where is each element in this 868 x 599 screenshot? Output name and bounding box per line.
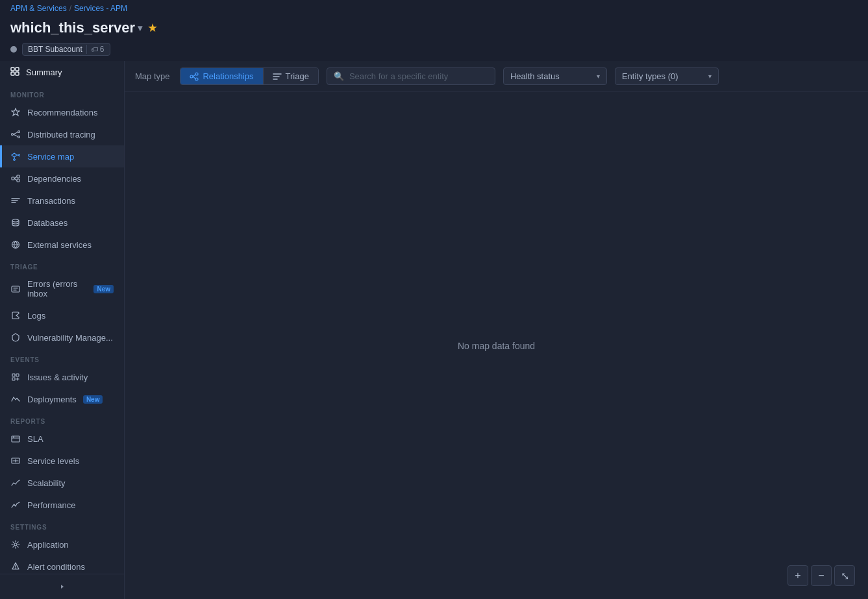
sidebar-alert-conditions-label: Alert conditions	[27, 562, 85, 572]
sidebar-item-distributed-tracing[interactable]: Distributed tracing	[0, 123, 124, 145]
sidebar-item-performance[interactable]: Performance	[0, 494, 124, 516]
summary-icon	[10, 67, 19, 78]
zoom-in-button[interactable]: +	[787, 565, 808, 586]
svg-point-4	[12, 134, 14, 136]
sidebar-item-scalability[interactable]: Scalability	[0, 472, 124, 494]
sidebar-distributed-tracing-label: Distributed tracing	[27, 130, 95, 140]
svg-point-21	[190, 75, 193, 78]
sidebar-databases-label: Databases	[27, 218, 68, 228]
sidebar-performance-label: Performance	[27, 500, 75, 510]
title-bar: which_this_server ▾ ★	[0, 17, 868, 40]
sidebar-application-label: Application	[27, 540, 69, 550]
favorite-star-icon[interactable]: ★	[147, 21, 158, 35]
relationships-icon	[190, 72, 199, 81]
errors-icon	[10, 284, 21, 294]
svg-point-6	[18, 136, 20, 138]
fit-view-button[interactable]: ⤡	[834, 565, 855, 586]
entity-search-box[interactable]: 🔍	[327, 67, 495, 85]
app-title[interactable]: which_this_server ▾	[10, 19, 142, 36]
sidebar-item-summary[interactable]: Summary	[0, 61, 124, 84]
sidebar-item-service-map[interactable]: Service map	[0, 145, 124, 167]
sidebar-item-recommendations[interactable]: Recommendations	[0, 101, 124, 123]
sidebar-item-sla[interactable]: SLA	[0, 428, 124, 450]
account-tag[interactable]: BBT Subacount 🏷 6	[22, 43, 110, 56]
zoom-out-button[interactable]: −	[811, 565, 832, 586]
sidebar-item-errors[interactable]: Errors (errors inbox New	[0, 273, 124, 304]
map-type-triage-button[interactable]: Triage	[264, 68, 318, 84]
sidebar-collapse-button[interactable]	[0, 578, 124, 595]
databases-icon	[10, 217, 21, 228]
sidebar-item-transactions[interactable]: Transactions	[0, 189, 124, 212]
svg-point-22	[195, 73, 198, 75]
map-canvas: No map data found + − ⤡	[125, 92, 868, 599]
sidebar-transactions-label: Transactions	[27, 196, 75, 206]
sidebar-item-dependencies[interactable]: Dependencies	[0, 167, 124, 189]
svg-rect-1	[16, 67, 19, 71]
svg-point-12	[12, 219, 19, 222]
sidebar-dependencies-label: Dependencies	[27, 174, 81, 184]
service-map-icon	[10, 151, 21, 162]
map-type-relationships-button[interactable]: Relationships	[180, 68, 263, 84]
entity-search-input[interactable]	[349, 71, 488, 81]
sidebar-item-service-levels[interactable]: Service levels	[0, 450, 124, 472]
sidebar: Summary MONITOR Recommendations	[0, 61, 125, 599]
recommendations-icon	[10, 107, 21, 117]
svg-rect-16	[16, 374, 19, 376]
map-type-group: Relationships Triage	[180, 67, 318, 85]
svg-rect-18	[12, 436, 19, 442]
svg-rect-10	[17, 175, 19, 178]
breadcrumb-services-apm[interactable]: Services - APM	[74, 4, 127, 13]
dependencies-icon	[10, 173, 21, 184]
sidebar-item-issues[interactable]: Issues & activity	[0, 366, 124, 388]
toolbar: Map type Relationships Triage	[125, 61, 868, 92]
sidebar-errors-label: Errors (errors inbox	[27, 279, 87, 299]
entity-types-chevron-icon: ▾	[708, 73, 712, 80]
sidebar-scroll: Summary MONITOR Recommendations	[0, 61, 124, 574]
logs-icon	[10, 310, 21, 321]
sidebar-sla-label: SLA	[27, 434, 43, 444]
sidebar-issues-label: Issues & activity	[27, 373, 88, 382]
sidebar-section-reports: REPORTS	[0, 410, 124, 428]
svg-rect-9	[12, 177, 14, 180]
entity-types-dropdown[interactable]: Entity types (0) ▾	[615, 67, 719, 85]
sidebar-section-triage: TRIAGE	[0, 256, 124, 273]
sidebar-service-map-label: Service map	[27, 152, 74, 162]
sidebar-item-deployments[interactable]: Deployments New	[0, 388, 124, 410]
sidebar-item-alert-conditions[interactable]: Alert conditions	[0, 556, 124, 574]
breadcrumb: APM & Services / Services - APM	[0, 0, 868, 17]
transactions-icon	[10, 195, 21, 206]
application-icon	[10, 539, 21, 550]
health-status-dropdown[interactable]: Health status ▾	[503, 67, 607, 85]
health-status-chevron-icon: ▾	[597, 73, 600, 80]
tag-icon: 🏷	[91, 45, 98, 53]
svg-point-5	[18, 131, 20, 133]
tag-count: 6	[100, 45, 105, 54]
breadcrumb-apm-services[interactable]: APM & Services	[10, 4, 67, 13]
sidebar-item-vulnerability[interactable]: Vulnerability Manage...	[0, 326, 124, 348]
service-levels-icon	[10, 456, 21, 466]
relationships-btn-label: Relationships	[203, 71, 253, 81]
svg-point-23	[195, 78, 198, 80]
account-status-dot	[10, 46, 17, 53]
svg-point-20	[14, 543, 17, 546]
title-caret-icon: ▾	[138, 23, 142, 33]
sidebar-logs-label: Logs	[27, 311, 45, 321]
scalability-icon	[10, 478, 21, 488]
map-controls: + − ⤡	[787, 565, 855, 586]
sidebar-item-logs[interactable]: Logs	[0, 304, 124, 326]
entity-types-label: Entity types (0)	[622, 71, 678, 81]
errors-new-badge: New	[93, 285, 114, 293]
sidebar-item-application[interactable]: Application	[0, 533, 124, 556]
svg-rect-3	[16, 72, 19, 75]
performance-icon	[10, 500, 21, 510]
search-icon: 🔍	[334, 71, 344, 81]
issues-icon	[10, 372, 21, 382]
alert-conditions-icon	[10, 561, 21, 572]
distributed-tracing-icon	[10, 129, 21, 140]
svg-rect-2	[11, 72, 14, 75]
app-title-text: which_this_server	[10, 19, 135, 36]
sidebar-recommendations-label: Recommendations	[27, 108, 97, 117]
sidebar-item-databases[interactable]: Databases	[0, 212, 124, 234]
sidebar-section-events: EVENTS	[0, 348, 124, 366]
sidebar-item-external-services[interactable]: External services	[0, 234, 124, 256]
